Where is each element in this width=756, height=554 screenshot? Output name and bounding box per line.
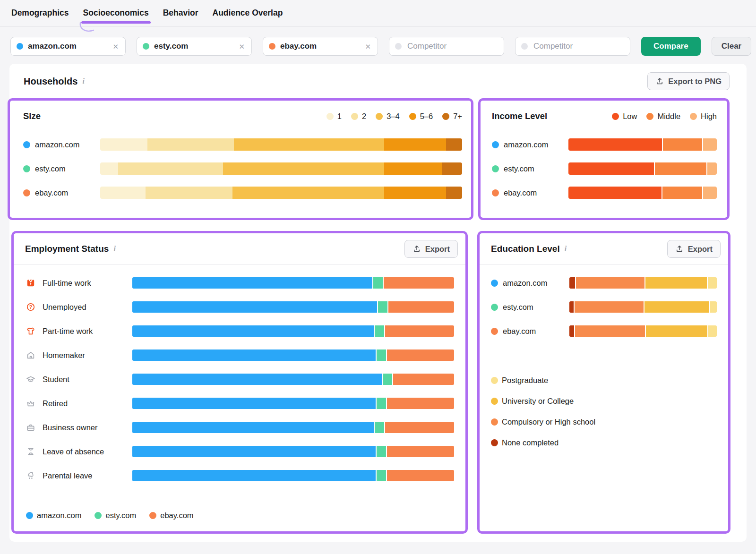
bar-segment (383, 374, 392, 385)
bar-segment (446, 187, 462, 199)
remove-chip-icon[interactable]: ✕ (364, 42, 372, 51)
bar-segment (446, 138, 462, 151)
stacked-bar (568, 138, 717, 151)
competitor-input[interactable] (406, 41, 498, 51)
remove-chip-icon[interactable]: ✕ (112, 42, 120, 51)
tab-socioeconomics[interactable]: Socioeconomics (82, 0, 150, 26)
legend-dot (409, 113, 416, 120)
bar-segment (387, 349, 454, 361)
bar-segment (232, 187, 385, 199)
education-export-button[interactable]: Export (667, 240, 721, 258)
chart-row: Full-time work (26, 277, 454, 289)
row-label-text: Leave of absence (43, 447, 104, 456)
graduation-cap-icon (26, 375, 35, 384)
remove-chip-icon[interactable]: ✕ (238, 42, 246, 51)
size-chart: amazon.comesty.comebay.com (23, 138, 462, 199)
compare-button[interactable]: Compare (641, 37, 701, 56)
legend-label: Postgraduate (502, 376, 548, 385)
info-icon[interactable]: i (565, 245, 567, 253)
legend-item: Postgraduate (491, 376, 548, 385)
domain-dot (23, 165, 30, 172)
domain-dot (23, 189, 30, 196)
row-label-text: Business owner (43, 423, 97, 432)
row-label: Business owner (26, 423, 132, 432)
legend-dot (612, 113, 619, 120)
info-icon[interactable]: i (82, 77, 84, 85)
stacked-bar (569, 277, 717, 289)
domain-chip-esty[interactable]: esty.com ✕ (137, 37, 252, 56)
competitor-input[interactable] (533, 41, 624, 51)
bar-segment (373, 277, 383, 289)
legend-label: 1 (337, 112, 342, 121)
chart-row: Parental leave (26, 470, 454, 481)
chart-row: esty.com (491, 301, 717, 313)
competitor-dot (521, 43, 528, 50)
tab-demographics[interactable]: Demographics (10, 0, 70, 26)
education-title: Education Level (491, 244, 560, 254)
info-icon[interactable]: i (113, 245, 115, 253)
legend-label: ebay.com (160, 511, 193, 520)
suit-icon (26, 278, 35, 288)
bar-segment (569, 301, 574, 313)
chart-row: ebay.com (23, 187, 462, 199)
export-to-png-button[interactable]: Export to PNG (647, 72, 730, 90)
bar-segment (568, 162, 654, 175)
employment-title: Employment Status (25, 244, 109, 254)
bar-segment (377, 446, 386, 457)
size-title: Size (23, 111, 41, 121)
house-icon (26, 350, 35, 360)
bar-segment (568, 187, 662, 199)
bar-segment (569, 325, 574, 337)
legend-dot (26, 512, 33, 519)
row-label: amazon.com (488, 140, 568, 149)
bar-segment (576, 277, 644, 289)
hourglass-icon (26, 447, 35, 456)
domain-chip-ebay[interactable]: ebay.com ✕ (263, 37, 378, 56)
stacked-bar (568, 162, 717, 175)
question-icon: ? (26, 302, 35, 312)
bar-segment (568, 138, 662, 151)
row-label: Homemaker (26, 350, 132, 360)
row-label-text: esty.com (503, 303, 533, 312)
stacked-bar (132, 374, 454, 385)
education-chart: amazon.comesty.comebay.com (480, 265, 728, 337)
row-label: Leave of absence (26, 447, 132, 456)
bar-segment (384, 162, 442, 175)
stacked-bar (132, 398, 454, 409)
legend-dot (442, 113, 449, 120)
row-label: ebay.com (488, 188, 568, 197)
employment-export-label: Export (425, 245, 450, 254)
row-label: esty.com (488, 164, 568, 173)
tab-audience-overlap[interactable]: Audience Overlap (212, 0, 284, 26)
size-legend: 123–45–67+ (326, 112, 462, 121)
chart-row: Business owner (26, 422, 454, 433)
bar-segment (569, 277, 575, 289)
bar-segment (375, 422, 384, 433)
legend-item: 7+ (442, 112, 462, 121)
row-label: Student (26, 375, 132, 384)
row-label-text: Full-time work (43, 279, 91, 288)
row-label: ebay.com (491, 327, 569, 336)
legend-item: esty.com (94, 511, 136, 520)
stacked-bar (568, 187, 717, 199)
row-label: Part-time work (26, 326, 132, 336)
row-label-text: Retired (43, 399, 68, 408)
legend-label: 5–6 (420, 112, 433, 121)
row-label: ?Unemployed (26, 302, 132, 312)
legend-item: Low (612, 112, 637, 121)
employment-export-button[interactable]: Export (404, 240, 458, 258)
tab-behavior[interactable]: Behavior (162, 0, 199, 26)
legend-dot (376, 113, 383, 120)
bar-segment (384, 138, 446, 151)
domain-dot (23, 141, 30, 148)
domain-dot (491, 280, 498, 287)
legend-item: High (690, 112, 717, 121)
row-label-text: amazon.com (35, 140, 79, 149)
legend-label: Low (623, 112, 637, 121)
legend-label: esty.com (105, 511, 136, 520)
clear-button[interactable]: Clear (712, 37, 752, 56)
bar-segment (387, 470, 454, 481)
legend-label: 7+ (453, 112, 462, 121)
row-label-text: ebay.com (504, 188, 537, 197)
domain-chip-amazon[interactable]: amazon.com ✕ (10, 37, 126, 56)
